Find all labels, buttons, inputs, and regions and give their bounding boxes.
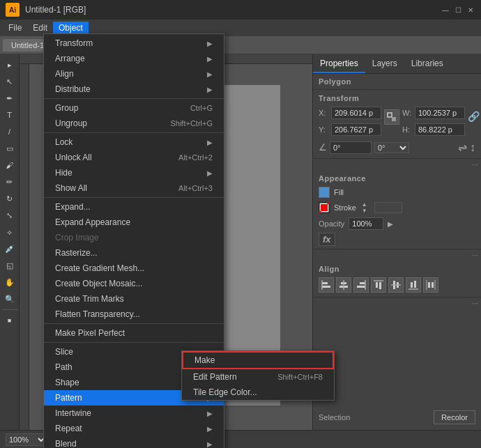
scale-tool[interactable]: ⤡ bbox=[2, 208, 17, 223]
transform-icon-box[interactable] bbox=[384, 109, 399, 125]
menu-repeat[interactable]: Repeat ▶ bbox=[44, 421, 224, 436]
zoom-tool[interactable]: 🔍 bbox=[2, 291, 17, 307]
select-tool[interactable]: ▸ bbox=[2, 57, 17, 72]
distribute-h[interactable] bbox=[423, 277, 438, 293]
angle-select[interactable]: 0° bbox=[374, 142, 409, 153]
h-input[interactable] bbox=[415, 123, 465, 136]
rect-tool[interactable]: ▭ bbox=[2, 141, 17, 156]
opacity-arrow[interactable]: ▶ bbox=[388, 220, 393, 228]
pencil-tool[interactable]: ✏ bbox=[2, 174, 17, 190]
paintbrush-tool[interactable]: 🖌 bbox=[2, 157, 17, 173]
menu-object[interactable]: Object bbox=[53, 22, 89, 34]
y-input[interactable] bbox=[331, 123, 381, 136]
align-right[interactable] bbox=[353, 277, 369, 293]
tab-properties[interactable]: Properties bbox=[313, 54, 365, 73]
align-center-h[interactable] bbox=[336, 277, 351, 293]
menu-flatten-transparency[interactable]: Flatten Transparency... bbox=[44, 307, 224, 322]
menu-rasterize[interactable]: Rasterize... bbox=[44, 245, 224, 261]
menu-pattern[interactable]: Pattern ▶ bbox=[44, 390, 224, 405]
menu-group-lock: Lock ▶ Unlock All Alt+Ctrl+2 Hide ▶ Show… bbox=[44, 133, 224, 198]
eyedropper-tool[interactable]: 💉 bbox=[2, 241, 17, 256]
menu-slice[interactable]: Slice ▶ bbox=[44, 344, 224, 360]
align-title: Align bbox=[319, 265, 475, 273]
menu-create-object-mosaic[interactable]: Create Object Mosaic... bbox=[44, 276, 224, 291]
zoom-select[interactable]: 100% bbox=[6, 433, 47, 446]
menu-distribute[interactable]: Distribute ▶ bbox=[44, 82, 224, 97]
x-transform-row: X: bbox=[319, 107, 381, 119]
menu-file[interactable]: File bbox=[3, 22, 27, 34]
panel-tabs: Properties Layers Libraries bbox=[313, 54, 481, 74]
align-left[interactable] bbox=[319, 277, 334, 293]
right-panel: Properties Layers Libraries Polygon Tran… bbox=[312, 54, 481, 430]
slice-arrow: ▶ bbox=[207, 348, 213, 356]
menu-create-gradient-mesh[interactable]: Create Gradient Mesh... bbox=[44, 261, 224, 276]
gradient-tool[interactable]: ◱ bbox=[2, 258, 17, 273]
menu-transform[interactable]: Transform ▶ bbox=[44, 36, 224, 51]
pen-tool[interactable]: ✒ bbox=[2, 91, 17, 106]
menu-intertwine[interactable]: Intertwine ▶ bbox=[44, 405, 224, 421]
intertwine-arrow: ▶ bbox=[207, 410, 213, 417]
menu-align[interactable]: Align ▶ bbox=[44, 66, 224, 82]
blend-arrow: ▶ bbox=[207, 440, 213, 448]
fx-button[interactable]: fx bbox=[319, 233, 335, 246]
x-input[interactable] bbox=[331, 107, 381, 119]
menu-expand-appearance[interactable]: Expand Appearance bbox=[44, 215, 224, 230]
menu-arrange[interactable]: Arrange ▶ bbox=[44, 51, 224, 66]
appearance-title: Appearance bbox=[319, 174, 475, 183]
stroke-down[interactable]: ▼ bbox=[362, 208, 367, 214]
menu-ungroup[interactable]: Ungroup Shift+Ctrl+G bbox=[44, 116, 224, 131]
menu-edit[interactable]: Edit bbox=[27, 22, 53, 34]
direct-select-tool[interactable]: ↖ bbox=[2, 74, 17, 89]
svg-rect-21 bbox=[414, 281, 416, 288]
menu-blend[interactable]: Blend ▶ bbox=[44, 436, 224, 448]
align-more[interactable]: ··· bbox=[313, 298, 481, 309]
w-input[interactable] bbox=[415, 107, 465, 119]
menu-path[interactable]: Path ▶ bbox=[44, 360, 224, 375]
menu-group-item[interactable]: Group Ctrl+G bbox=[44, 100, 224, 116]
stroke-label: Stroke bbox=[334, 203, 356, 212]
flip-icon[interactable]: ⇌ bbox=[458, 141, 467, 154]
tab-layers[interactable]: Layers bbox=[365, 54, 404, 73]
transform-more[interactable]: ··· bbox=[313, 159, 481, 170]
menu-expand[interactable]: Expand... bbox=[44, 199, 224, 215]
hand-tool[interactable]: ✋ bbox=[2, 275, 17, 290]
toolbar-divider bbox=[2, 309, 17, 310]
menu-show-all[interactable]: Show All Alt+Ctrl+3 bbox=[44, 180, 224, 196]
align-top[interactable] bbox=[371, 277, 386, 293]
left-toolbar: ▸ ↖ ✒ T / ▭ 🖌 ✏ ↻ ⤡ ⟡ 💉 ◱ ✋ 🔍 ■ bbox=[0, 54, 20, 430]
maximize-button[interactable]: ☐ bbox=[453, 5, 463, 15]
fill-row: Fill bbox=[319, 187, 475, 198]
recolor-button[interactable]: Recolor bbox=[434, 410, 475, 424]
menu-shape[interactable]: Shape ▶ bbox=[44, 375, 224, 390]
rotate-tool[interactable]: ↻ bbox=[2, 191, 17, 206]
stroke-up[interactable]: ▲ bbox=[362, 201, 367, 208]
fill-stroke[interactable]: ■ bbox=[2, 313, 17, 328]
svg-rect-12 bbox=[357, 286, 365, 288]
fill-color-box[interactable] bbox=[319, 187, 330, 198]
stroke-icon[interactable] bbox=[319, 202, 330, 213]
menu-hide[interactable]: Hide ▶ bbox=[44, 165, 224, 180]
appearance-more[interactable]: ··· bbox=[313, 249, 481, 261]
stroke-value-box[interactable] bbox=[374, 202, 402, 213]
menu-create-trim-marks[interactable]: Create Trim Marks bbox=[44, 291, 224, 307]
type-tool[interactable]: T bbox=[2, 107, 17, 123]
minimize-button[interactable]: — bbox=[441, 5, 450, 15]
close-button[interactable]: ✕ bbox=[466, 5, 475, 15]
opacity-input[interactable] bbox=[349, 217, 383, 230]
menu-lock[interactable]: Lock ▶ bbox=[44, 134, 224, 150]
polygon-section: Polygon bbox=[313, 74, 481, 90]
tab-libraries[interactable]: Libraries bbox=[404, 54, 450, 73]
line-tool[interactable]: / bbox=[2, 124, 17, 139]
blend-tool[interactable]: ⟡ bbox=[2, 224, 17, 240]
align-bottom[interactable] bbox=[406, 277, 421, 293]
link-proportions-icon[interactable]: 🔗 bbox=[468, 111, 480, 122]
menu-make-pixel-perfect[interactable]: Make Pixel Perfect bbox=[44, 325, 224, 341]
angle-input[interactable] bbox=[330, 141, 372, 154]
window-controls: — ☐ ✕ bbox=[441, 5, 475, 15]
show-all-shortcut: Alt+Ctrl+3 bbox=[178, 184, 213, 192]
flip-v-icon[interactable]: ↕ bbox=[470, 141, 475, 154]
arrange-arrow: ▶ bbox=[207, 55, 213, 63]
menu-unlock-all[interactable]: Unlock All Alt+Ctrl+2 bbox=[44, 150, 224, 165]
align-center-v[interactable] bbox=[388, 277, 404, 293]
lock-arrow: ▶ bbox=[207, 139, 213, 146]
